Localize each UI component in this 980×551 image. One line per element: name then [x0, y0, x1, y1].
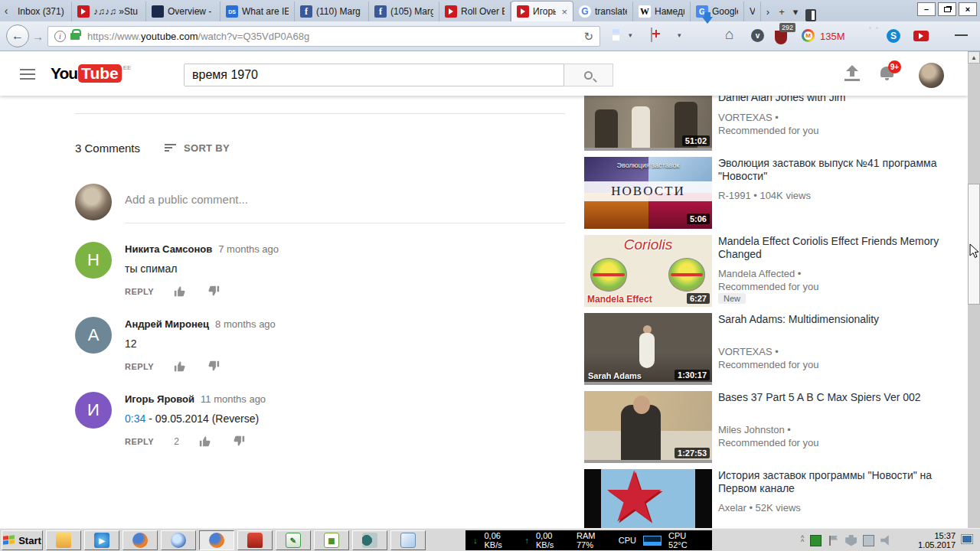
currency-extension-icon[interactable]: M: [802, 29, 815, 42]
flag-tray-icon[interactable]: [828, 535, 839, 546]
video-title[interactable]: История заставок программы "Новости" на …: [718, 469, 949, 495]
taskbar-item-media-player[interactable]: ▶: [84, 530, 119, 550]
related-video-row[interactable]: Coriolis Mandela Effect 6:27 Mandela Eff…: [584, 235, 949, 307]
back-button[interactable]: ←: [6, 24, 29, 47]
search-button[interactable]: [564, 64, 613, 86]
comment-author[interactable]: Андрей Миронец: [125, 318, 209, 330]
downloads-icon[interactable]: [702, 17, 713, 37]
network-monitor-tray-icon[interactable]: [810, 535, 822, 546]
search-input[interactable]: [184, 64, 564, 86]
new-tab-button[interactable]: +: [775, 2, 789, 21]
tab-facebook-105[interactable]: f(105) Marg: [369, 2, 439, 21]
taskbar-item-notepad[interactable]: [390, 530, 426, 550]
device-tray-icon[interactable]: [863, 535, 874, 546]
bookmark-add-icon[interactable]: [651, 28, 652, 42]
save-dropdown-icon[interactable]: ▾: [629, 31, 632, 39]
tab-active-igor[interactable]: Игорь Я×: [511, 1, 573, 21]
avatar[interactable]: A: [75, 317, 112, 354]
url-bar[interactable]: i https://www.youtube.com/watch?v=Q35VdP…: [47, 26, 600, 47]
taskbar-item-calc[interactable]: ▦: [314, 530, 349, 550]
youtube-logo[interactable]: You Tube EE: [51, 64, 131, 83]
video-meta[interactable]: R-1991 • 104K views: [718, 189, 811, 203]
adblock-icon[interactable]: 292: [773, 24, 796, 47]
thumb-up-icon[interactable]: [174, 285, 187, 298]
minimize-button[interactable]: –: [917, 2, 936, 16]
tab-partial[interactable]: V: [744, 2, 761, 21]
tray-expand-icon[interactable]: ^^: [801, 536, 804, 544]
tab-scroll-left-icon[interactable]: ‹: [0, 0, 12, 21]
thumb-down-icon[interactable]: [232, 435, 245, 448]
skype-icon[interactable]: S: [887, 29, 900, 43]
related-video-row[interactable]: 1:27:53 Bases 37 Part 5 A B C Max Spiers…: [584, 391, 949, 463]
video-channel[interactable]: VORTEXAS •: [718, 111, 779, 125]
comment-author[interactable]: Никита Самсонов: [125, 243, 212, 255]
comment-time[interactable]: 7 months ago: [218, 243, 279, 255]
guide-hamburger-icon[interactable]: [20, 69, 35, 80]
video-thumbnail[interactable]: Sarah Adams 1:30:17: [584, 313, 712, 385]
tab-overview[interactable]: Overview -: [146, 2, 220, 21]
bookmark-dropdown-icon[interactable]: ▾: [678, 31, 681, 39]
taskbar-item-seamonkey[interactable]: [161, 530, 196, 550]
related-video-row[interactable]: ★ История заставок программы "Новости" н…: [584, 469, 949, 528]
video-channel[interactable]: Mandela Affected •: [718, 267, 801, 281]
video-channel[interactable]: Miles Johnston •: [718, 423, 791, 437]
tab-inbox[interactable]: Inbox (371): [12, 2, 72, 21]
home-icon[interactable]: ⌂: [725, 26, 733, 43]
youtube-extension-icon[interactable]: [913, 31, 929, 41]
tab-roll-over[interactable]: Roll Over B: [439, 2, 511, 21]
video-channel[interactable]: VORTEXAS •: [718, 345, 779, 359]
account-avatar[interactable]: [919, 63, 944, 88]
tab-youtube-music[interactable]: ♪♫♪♫ »Stu: [72, 2, 146, 21]
tab-groups-icon[interactable]: [805, 9, 816, 21]
video-thumbnail[interactable]: 1:27:53: [584, 391, 712, 463]
tab-close-icon[interactable]: ×: [561, 6, 567, 18]
video-title[interactable]: Эволюция заставок выпуск №41 программа "…: [718, 157, 949, 183]
video-title[interactable]: Bases 37 Part 5 A B C Max Spiers Ver 002: [718, 391, 949, 404]
video-thumbnail[interactable]: Эволюция заставок НОВОСТИ 5:06: [584, 157, 712, 229]
thumb-down-icon[interactable]: [207, 360, 220, 373]
pocket-icon[interactable]: v: [751, 29, 764, 42]
video-thumbnail[interactable]: ★: [584, 469, 712, 528]
url-text[interactable]: https://www.youtube.com/watch?v=Q35VdP0A…: [87, 31, 583, 42]
taskbar-item-firefox[interactable]: [122, 530, 158, 550]
tab-google-translate[interactable]: GGoogle Tra: [691, 2, 744, 21]
tab-dropdown-icon[interactable]: ▾: [789, 2, 802, 21]
reply-button[interactable]: REPLY: [125, 362, 154, 371]
tab-facebook-110[interactable]: f(110) Marg: [295, 2, 369, 21]
related-video-row[interactable]: Sarah Adams 1:30:17 Sarah Adams: Multidi…: [584, 313, 949, 385]
page-info-icon[interactable]: i: [54, 31, 66, 42]
reload-icon[interactable]: ↻: [583, 30, 593, 44]
avatar[interactable]: [75, 184, 112, 220]
tab-scroll-right-icon[interactable]: ›: [761, 2, 775, 21]
video-meta[interactable]: Axelar • 52K views: [718, 501, 801, 515]
close-button[interactable]: ×: [959, 2, 977, 16]
taskbar-item-toolbox[interactable]: [237, 530, 273, 550]
reply-button[interactable]: REPLY: [125, 437, 154, 446]
power-tray-icon[interactable]: [845, 535, 857, 546]
tab-what-are-ie[interactable]: DSWhat are IE: [220, 2, 295, 21]
scrollbar[interactable]: ▲: [968, 51, 980, 528]
show-desktop-button[interactable]: [962, 535, 972, 543]
avatar[interactable]: И: [75, 392, 112, 429]
start-button[interactable]: Start: [2, 530, 43, 550]
tab-translate[interactable]: Gtranslate - (: [573, 2, 633, 21]
video-title[interactable]: Mandela Effect Coriolis Effect Friends M…: [718, 235, 949, 261]
scrollbar-up-icon[interactable]: ▲: [968, 51, 980, 64]
thumb-up-icon[interactable]: [174, 360, 187, 373]
tab-wikipedia[interactable]: WНамедни (: [633, 2, 691, 21]
upload-icon[interactable]: [844, 65, 861, 82]
thumb-down-icon[interactable]: [207, 285, 220, 298]
https-lock-icon[interactable]: [70, 33, 80, 40]
video-title[interactable]: Sarah Adams: Multidimensionality: [718, 313, 949, 326]
avatar[interactable]: H: [75, 242, 112, 279]
comment-author[interactable]: Игорь Яровой: [125, 393, 194, 405]
taskbar-item-search-tool[interactable]: [352, 530, 387, 550]
taskbar-item-notes[interactable]: ✎: [276, 530, 311, 550]
clock[interactable]: 15:37 1.05.2017: [916, 531, 956, 549]
volume-tray-icon[interactable]: [880, 535, 892, 546]
comment-input[interactable]: [125, 193, 565, 223]
forward-button[interactable]: →: [32, 30, 44, 43]
taskbar-item-explorer[interactable]: [46, 530, 81, 550]
related-video-row[interactable]: Эволюция заставок НОВОСТИ 5:06 Эволюция …: [584, 157, 949, 229]
timestamp-link[interactable]: 0:34: [125, 412, 145, 425]
